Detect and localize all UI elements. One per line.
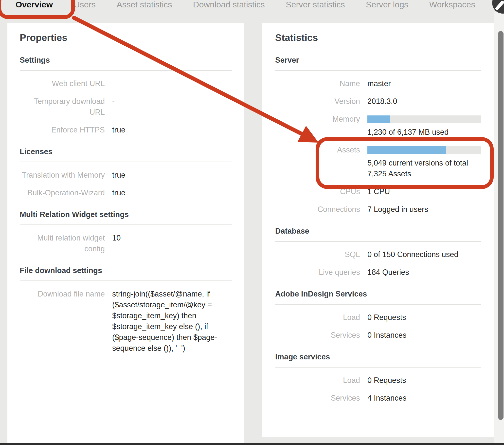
row-value: 184 Queries bbox=[367, 267, 481, 278]
row-value: 0 Requests bbox=[367, 375, 481, 386]
row-value: 1,230 of 6,137 MB used bbox=[367, 114, 481, 138]
section-heading: Image services bbox=[275, 352, 481, 368]
section-heading: Database bbox=[275, 226, 481, 242]
progress-bar bbox=[367, 115, 481, 123]
section-heading: File download settings bbox=[20, 266, 232, 281]
row-value-text: 1,230 of 6,137 MB used bbox=[367, 127, 481, 138]
property-row: Bulk-Operation-Wizardtrue bbox=[20, 187, 232, 198]
row-value-text: 1 CPU bbox=[367, 186, 481, 197]
row-value: 7 Logged in users bbox=[367, 204, 481, 215]
row-value-text: 184 Queries bbox=[367, 267, 481, 278]
properties-panel: Properties SettingsWeb client URL-Tempor… bbox=[7, 23, 244, 443]
statistics-sections: ServerNamemasterVersion2018.3.0Memory1,2… bbox=[275, 55, 481, 404]
property-row: Enforce HTTPStrue bbox=[20, 125, 232, 135]
row-value: 0 Requests bbox=[367, 312, 481, 323]
property-row: Services0 Instances bbox=[275, 330, 481, 341]
tab-server-statistics[interactable]: Server statistics bbox=[286, 0, 345, 11]
wrench-icon[interactable] bbox=[492, 0, 504, 14]
tab-download-statistics[interactable]: Download statistics bbox=[193, 0, 265, 11]
row-label: Connections bbox=[275, 204, 360, 215]
row-label: Bulk-Operation-Wizard bbox=[20, 187, 105, 198]
row-label: SQL bbox=[275, 249, 360, 260]
property-row: Temporary download URL- bbox=[20, 96, 232, 118]
bottom-bar bbox=[0, 443, 504, 445]
row-value: 1 CPU bbox=[367, 186, 481, 197]
row-value-text: true bbox=[112, 187, 232, 198]
row-value: master bbox=[367, 78, 481, 89]
row-label: Multi relation widget config bbox=[20, 233, 105, 254]
row-value-text: string-join(($asset/@name, if ($asset/st… bbox=[112, 289, 232, 354]
property-row: Multi relation widget config10 bbox=[20, 233, 232, 254]
row-value-text: true bbox=[112, 170, 232, 181]
row-label: Memory bbox=[275, 114, 360, 138]
property-row: Connections7 Logged in users bbox=[275, 204, 481, 215]
row-value: true bbox=[112, 125, 232, 135]
properties-title: Properties bbox=[20, 32, 232, 43]
tab-workspaces[interactable]: Workspaces bbox=[429, 0, 475, 11]
row-value: 0 Instances bbox=[367, 330, 481, 341]
row-label: Temporary download URL bbox=[20, 96, 105, 118]
wrench-glyph bbox=[495, 0, 504, 11]
progress-fill bbox=[367, 115, 390, 123]
tab-server-logs[interactable]: Server logs bbox=[366, 0, 408, 11]
row-value-text: 0 Requests bbox=[367, 375, 481, 386]
row-label: Version bbox=[275, 96, 360, 107]
tab-bar: OverviewUsersAsset statisticsDownload st… bbox=[16, 0, 504, 11]
row-value: 0 of 150 Connections used bbox=[367, 249, 481, 260]
row-value-text: 0 Instances bbox=[367, 330, 481, 341]
row-label: Load bbox=[275, 375, 360, 386]
row-value-text: 0 of 150 Connections used bbox=[367, 249, 481, 260]
scrollbar-track[interactable] bbox=[494, 12, 504, 443]
row-value: true bbox=[112, 170, 232, 181]
row-label: Enforce HTTPS bbox=[20, 125, 105, 135]
row-label: Web client URL bbox=[20, 78, 105, 89]
row-value-text: true bbox=[112, 125, 232, 135]
statistics-title: Statistics bbox=[275, 32, 481, 43]
row-label: CPUs bbox=[275, 186, 360, 197]
tab-overview[interactable]: Overview bbox=[16, 0, 53, 11]
row-label: Name bbox=[275, 78, 360, 89]
progress-bar bbox=[367, 146, 481, 154]
row-label: Assets bbox=[275, 145, 360, 179]
row-value-text: 2018.3.0 bbox=[367, 96, 481, 107]
properties-sections: SettingsWeb client URL-Temporary downloa… bbox=[20, 55, 232, 354]
property-row: Memory1,230 of 6,137 MB used bbox=[275, 114, 481, 138]
row-value: string-join(($asset/@name, if ($asset/st… bbox=[112, 289, 232, 354]
section-heading: Licenses bbox=[20, 147, 232, 162]
row-value-text: - bbox=[112, 96, 232, 107]
row-label: Translation with Memory bbox=[20, 170, 105, 181]
property-row: Download file namestring-join(($asset/@n… bbox=[20, 289, 232, 354]
property-row: SQL0 of 150 Connections used bbox=[275, 249, 481, 260]
property-row: Live queries184 Queries bbox=[275, 267, 481, 278]
row-label: Download file name bbox=[20, 289, 105, 354]
row-value: true bbox=[112, 187, 232, 198]
row-label: Live queries bbox=[275, 267, 360, 278]
tab-asset-statistics[interactable]: Asset statistics bbox=[117, 0, 172, 11]
property-row: Load0 Requests bbox=[275, 375, 481, 386]
property-row: Web client URL- bbox=[20, 78, 232, 89]
row-label: Services bbox=[275, 330, 360, 341]
property-row: Services4 Instances bbox=[275, 393, 481, 404]
property-row: Namemaster bbox=[275, 78, 481, 89]
row-value: 5,049 current versions of total 7,325 As… bbox=[367, 145, 481, 179]
row-value: - bbox=[112, 96, 232, 118]
section-heading: Server bbox=[275, 55, 481, 71]
row-value: - bbox=[112, 78, 232, 89]
row-value: 4 Instances bbox=[367, 393, 481, 404]
statistics-panel: Statistics ServerNamemasterVersion2018.3… bbox=[262, 23, 494, 437]
row-value-text: master bbox=[367, 78, 481, 89]
section-heading: Settings bbox=[20, 55, 232, 71]
property-row: Assets5,049 current versions of total 7,… bbox=[275, 145, 481, 179]
row-value-text: 0 Requests bbox=[367, 312, 481, 323]
row-label: Load bbox=[275, 312, 360, 323]
row-value: 10 bbox=[112, 233, 232, 254]
section-heading: Multi Relation Widget settings bbox=[20, 210, 232, 225]
tab-users[interactable]: Users bbox=[74, 0, 96, 11]
scrollbar-thumb[interactable] bbox=[498, 31, 504, 420]
property-row: Load0 Requests bbox=[275, 312, 481, 323]
row-value-text: 4 Instances bbox=[367, 393, 481, 404]
property-row: CPUs1 CPU bbox=[275, 186, 481, 197]
row-value-text: - bbox=[112, 78, 232, 89]
row-label: Services bbox=[275, 393, 360, 404]
progress-fill bbox=[367, 146, 446, 154]
